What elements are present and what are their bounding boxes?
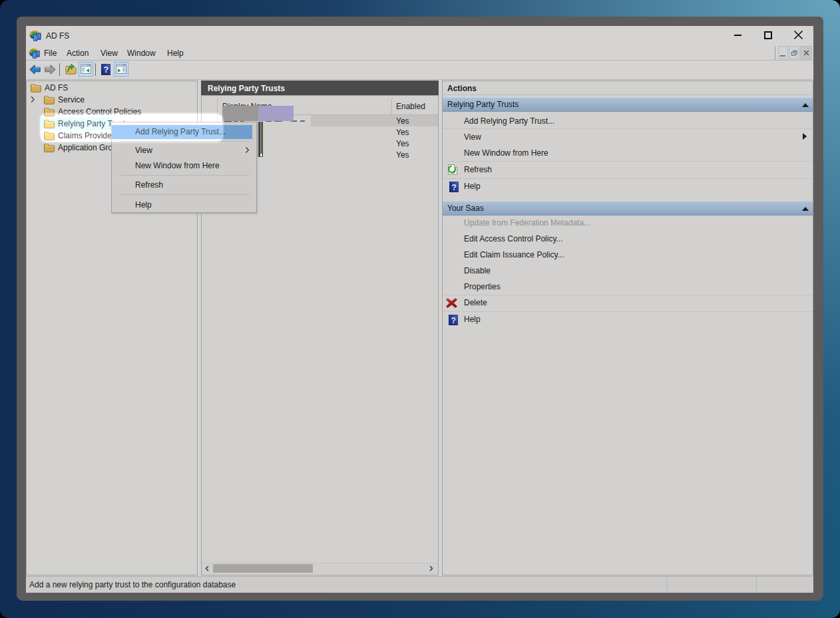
svg-text:?: ? [103, 65, 108, 75]
svg-text:?: ? [452, 183, 457, 192]
svg-text:?: ? [451, 316, 456, 325]
